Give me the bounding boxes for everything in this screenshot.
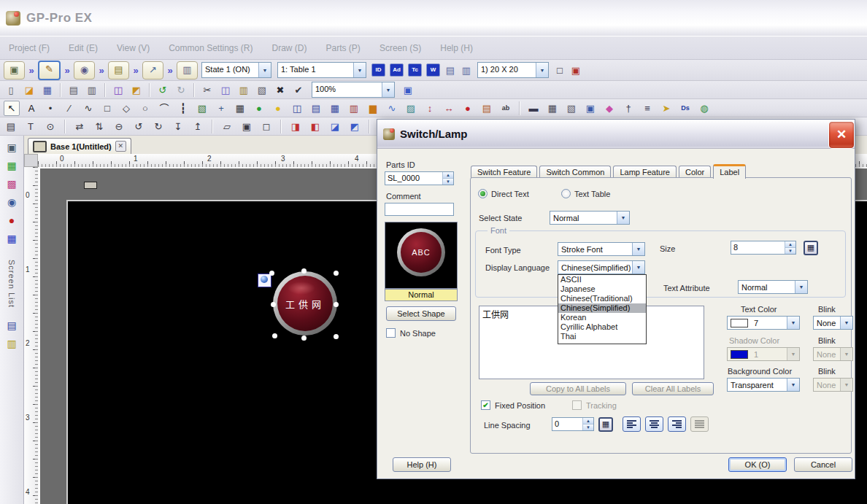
grid-view-icon[interactable]: ▦ [4,158,20,174]
web-browser-icon[interactable]: ◍ [697,101,712,115]
address-list-icon[interactable]: ▤ [4,318,20,333]
chevron-down-icon[interactable]: ▼ [787,379,799,391]
text-color-combo[interactable]: 7▼ [727,316,800,330]
menu-parts[interactable]: Parts (P) [326,43,361,53]
transfer-mode-icon[interactable]: ↗ [142,61,163,80]
snap-grid-icon[interactable]: ▣ [569,63,583,77]
color-palette-icon[interactable]: ▩ [4,177,20,192]
line-spacing-keypad-icon[interactable]: ▦ [598,417,613,432]
polyline-tool-icon[interactable]: ∿ [81,101,96,115]
spinner-icon[interactable]: ▲▼ [442,172,453,185]
flip-horizontal-icon[interactable]: ⇄ [72,120,87,133]
language-option[interactable]: Chinese(Traditional) [558,294,646,303]
language-option[interactable]: Korean [558,313,646,322]
dot-tool-icon[interactable]: • [43,101,58,115]
move-backward-icon[interactable]: ◩ [347,120,362,133]
menu-screen[interactable]: Screen (S) [379,43,421,53]
alarm-part-icon[interactable]: ● [461,101,475,115]
chevron-down-icon[interactable]: ▼ [258,63,271,77]
bit-switch-icon[interactable]: ● [252,101,266,115]
spinner-icon[interactable]: ▲▼ [785,241,795,254]
edit-mode-icon[interactable]: ✎ [38,61,61,80]
animation-icon[interactable]: ▤ [4,120,18,133]
duplicate-icon[interactable]: ▧ [255,83,269,97]
ok-button[interactable]: OK (O) [728,457,787,472]
copy-icon[interactable]: ◫ [218,83,233,97]
id-display-icon[interactable]: ID [371,63,385,77]
menu-edit[interactable]: Edit (E) [69,43,98,53]
selection-handle[interactable] [301,336,307,341]
grid-size-select[interactable]: 1) 20 X 20▼ [477,62,549,78]
expand-chevron-icon[interactable]: » [62,65,72,76]
lamp-part-icon[interactable]: ● [271,101,285,115]
menu-common-settings[interactable]: Common Settings (R) [169,43,253,53]
picture-part-icon[interactable]: ▧ [564,101,579,115]
zoom-select[interactable]: 100%▼ [312,82,395,98]
switch-lamp-part[interactable]: 工供网 [266,267,342,341]
align-right-button[interactable] [668,416,686,432]
language-option[interactable]: Thai [558,332,646,341]
selection-handle[interactable] [334,334,339,339]
help-button[interactable]: Help (H) [393,457,451,472]
align-left-button[interactable] [623,416,641,432]
chevron-down-icon[interactable]: ▼ [617,212,629,224]
screen-resize-handle[interactable] [84,182,97,189]
rotate-free-icon[interactable]: ⊖ [112,120,126,133]
screen-capture-icon[interactable]: ▣ [4,140,20,155]
open-icon[interactable]: ◪ [22,83,36,97]
expand-chevron-icon[interactable]: » [165,65,175,76]
chevron-down-icon[interactable]: ▼ [382,82,394,97]
clear-all-labels-button[interactable]: Clear All Labels [632,382,714,395]
print-preview-icon[interactable]: ▥ [85,83,99,97]
select-tool-icon[interactable]: ↖ [4,101,20,116]
record-icon[interactable]: ● [4,213,20,228]
copy-to-all-labels-button[interactable]: Copy to All Labels [530,382,626,395]
chevron-down-icon[interactable]: ▼ [632,243,644,255]
dialog-title-bar[interactable]: Switch/Lamp [377,120,855,149]
screen-list-tab[interactable]: Screen List [7,260,16,308]
move-vertical-icon[interactable]: ↕ [423,101,437,115]
selection-handle[interactable] [271,302,276,307]
delete-icon[interactable]: ✖ [273,83,288,97]
menu-help[interactable]: Help (H) [440,43,473,53]
text-tool-icon[interactable]: A [24,101,39,115]
display-language-combo[interactable]: Chinese(Simplified)▼ [558,260,645,274]
circle-tool-icon[interactable]: ○ [138,101,153,115]
3d-box-icon[interactable]: ▱ [220,120,234,133]
select-shape-button[interactable]: Select Shape [386,306,456,321]
tab-color[interactable]: Color [679,166,711,178]
polygon-tool-icon[interactable]: ◇ [119,101,134,115]
chevron-down-icon[interactable]: ▼ [536,63,548,77]
hand-cursor-icon[interactable]: ➤ [659,101,674,115]
comment-list-icon[interactable]: ▥ [4,336,20,352]
tab-switch-common[interactable]: Switch Common [539,166,611,178]
direct-text-radio[interactable] [478,189,488,198]
scale-tool-icon[interactable]: ┇ [176,101,190,115]
line-tool-icon[interactable]: ∕ [62,101,77,115]
remote-pc-icon[interactable]: ▣ [583,101,598,115]
fit-screen-icon[interactable]: ▣ [401,83,415,97]
data-display-icon[interactable]: ◫ [290,101,304,115]
selection-handle[interactable] [301,268,307,274]
chevron-down-icon[interactable]: ▼ [632,261,644,274]
flip-vertical-icon[interactable]: ⇅ [92,120,107,133]
error-check-icon[interactable]: ✔ [291,83,306,97]
text-table-radio[interactable] [561,189,571,198]
graph-part-icon[interactable]: ▥ [347,101,361,115]
watch-icon[interactable]: W [426,63,440,77]
selection-handle[interactable] [272,333,277,338]
screen-paste-icon[interactable]: ◩ [129,83,144,97]
align-center-button[interactable] [645,416,663,432]
menu-draw[interactable]: Draw (D) [272,43,307,53]
chevron-down-icon[interactable]: ▼ [353,63,366,77]
table-tool-icon[interactable]: ▦ [233,101,247,115]
no-shape-checkbox[interactable] [386,328,396,338]
chevron-down-icon[interactable]: ▼ [840,317,852,329]
paste-icon[interactable]: ▥ [236,83,251,97]
tab-lamp-feature[interactable]: Lamp Feature [613,166,676,178]
rectangle-tool-icon[interactable]: □ [100,101,115,115]
project-mode-icon[interactable]: ▤ [108,61,129,80]
bar-graph-icon[interactable]: ▆ [366,101,380,115]
monitor-mode-icon[interactable]: ▥ [177,61,198,80]
rotate-left-icon[interactable]: ↺ [131,120,146,133]
